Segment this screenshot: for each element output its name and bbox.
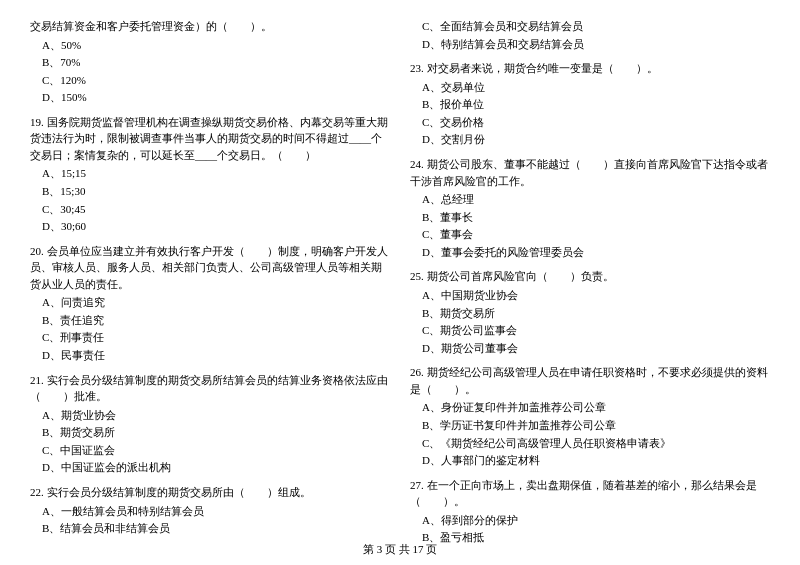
question-20: 20. 会员单位应当建立并有效执行客户开发（ ）制度，明确客户开发人员、审核人员… [30, 243, 390, 365]
question-24-text: 24. 期货公司股东、董事不能越过（ ）直接向首席风险官下达指令或者干涉首席风险… [410, 156, 770, 189]
question-26-options: A、身份证复印件并加盖推荐公司公章 B、学历证书复印件并加盖推荐公司公章 C、《… [410, 399, 770, 469]
question-21-options: A、期货业协会 B、期货交易所 C、中国证监会 D、中国证监会的派出机构 [30, 407, 390, 477]
option-item: D、150% [42, 89, 390, 107]
left-column: 交易结算资金和客户委托管理资金）的（ ）。 A、50% B、70% C、120%… [30, 18, 390, 554]
option-item: A、中国期货业协会 [422, 287, 770, 305]
page-number: 第 3 页 共 17 页 [363, 543, 437, 555]
question-26: 26. 期货经纪公司高级管理人员在申请任职资格时，不要求必须提供的资料是（ ）。… [410, 364, 770, 469]
option-item: D、期货公司董事会 [422, 340, 770, 358]
option-item: B、报价单位 [422, 96, 770, 114]
question-22-cont: C、全面结算会员和交易结算会员 D、特别结算会员和交易结算会员 [410, 18, 770, 53]
option-item: D、交割月份 [422, 131, 770, 149]
question-intro-options: A、50% B、70% C、120% D、150% [30, 37, 390, 107]
option-item: C、刑事责任 [42, 329, 390, 347]
option-item: C、中国证监会 [42, 442, 390, 460]
option-item: C、董事会 [422, 226, 770, 244]
question-19: 19. 国务院期货监督管理机构在调查操纵期货交易价格、内幕交易等重大期货违法行为… [30, 114, 390, 236]
option-item: A、15;15 [42, 165, 390, 183]
option-item: A、身份证复印件并加盖推荐公司公章 [422, 399, 770, 417]
content-columns: 交易结算资金和客户委托管理资金）的（ ）。 A、50% B、70% C、120%… [30, 18, 770, 554]
option-item: B、期货交易所 [42, 424, 390, 442]
question-21-text: 21. 实行会员分级结算制度的期货交易所结算会员的结算业务资格依法应由（ ）批准… [30, 372, 390, 405]
option-item: C、交易价格 [422, 114, 770, 132]
question-20-options: A、问责追究 B、责任追究 C、刑事责任 D、民事责任 [30, 294, 390, 364]
page: 交易结算资金和客户委托管理资金）的（ ）。 A、50% B、70% C、120%… [0, 0, 800, 565]
option-item: C、《期货经纪公司高级管理人员任职资格申请表》 [422, 435, 770, 453]
option-item: C、全面结算会员和交易结算会员 [422, 18, 770, 36]
question-19-text: 19. 国务院期货监督管理机构在调查操纵期货交易价格、内幕交易等重大期货违法行为… [30, 114, 390, 164]
option-item: B、学历证书复印件并加盖推荐公司公章 [422, 417, 770, 435]
option-item: A、一般结算会员和特别结算会员 [42, 503, 390, 521]
option-item: D、人事部门的鉴定材料 [422, 452, 770, 470]
question-23-options: A、交易单位 B、报价单位 C、交易价格 D、交割月份 [410, 79, 770, 149]
question-26-text: 26. 期货经纪公司高级管理人员在申请任职资格时，不要求必须提供的资料是（ ）。 [410, 364, 770, 397]
question-22-text: 22. 实行会员分级结算制度的期货交易所由（ ）组成。 [30, 484, 390, 501]
option-item: D、30;60 [42, 218, 390, 236]
option-item: B、责任追究 [42, 312, 390, 330]
option-item: D、民事责任 [42, 347, 390, 365]
question-25-options: A、中国期货业协会 B、期货交易所 C、期货公司监事会 D、期货公司董事会 [410, 287, 770, 357]
question-21: 21. 实行会员分级结算制度的期货交易所结算会员的结算业务资格依法应由（ ）批准… [30, 372, 390, 477]
question-intro-text: 交易结算资金和客户委托管理资金）的（ ）。 [30, 18, 390, 35]
question-25: 25. 期货公司首席风险官向（ ）负责。 A、中国期货业协会 B、期货交易所 C… [410, 268, 770, 357]
option-item: A、问责追究 [42, 294, 390, 312]
page-footer: 第 3 页 共 17 页 [0, 542, 800, 557]
option-item: D、特别结算会员和交易结算会员 [422, 36, 770, 54]
option-item: C、期货公司监事会 [422, 322, 770, 340]
option-item: A、50% [42, 37, 390, 55]
question-20-text: 20. 会员单位应当建立并有效执行客户开发（ ）制度，明确客户开发人员、审核人员… [30, 243, 390, 293]
question-24: 24. 期货公司股东、董事不能越过（ ）直接向首席风险官下达指令或者干涉首席风险… [410, 156, 770, 261]
question-22-cont-options: C、全面结算会员和交易结算会员 D、特别结算会员和交易结算会员 [410, 18, 770, 53]
question-23: 23. 对交易者来说，期货合约唯一变量是（ ）。 A、交易单位 B、报价单位 C… [410, 60, 770, 149]
option-item: A、交易单位 [422, 79, 770, 97]
option-item: A、总经理 [422, 191, 770, 209]
option-item: D、中国证监会的派出机构 [42, 459, 390, 477]
question-22: 22. 实行会员分级结算制度的期货交易所由（ ）组成。 A、一般结算会员和特别结… [30, 484, 390, 538]
option-item: C、30;45 [42, 201, 390, 219]
right-column: C、全面结算会员和交易结算会员 D、特别结算会员和交易结算会员 23. 对交易者… [410, 18, 770, 554]
question-27-text: 27. 在一个正向市场上，卖出盘期保值，随着基差的缩小，那么结果会是（ ）。 [410, 477, 770, 510]
option-item: B、董事长 [422, 209, 770, 227]
option-item: B、15;30 [42, 183, 390, 201]
question-23-text: 23. 对交易者来说，期货合约唯一变量是（ ）。 [410, 60, 770, 77]
question-intro: 交易结算资金和客户委托管理资金）的（ ）。 A、50% B、70% C、120%… [30, 18, 390, 107]
option-item: D、董事会委托的风险管理委员会 [422, 244, 770, 262]
option-item: A、得到部分的保护 [422, 512, 770, 530]
question-19-options: A、15;15 B、15;30 C、30;45 D、30;60 [30, 165, 390, 235]
option-item: B、期货交易所 [422, 305, 770, 323]
question-24-options: A、总经理 B、董事长 C、董事会 D、董事会委托的风险管理委员会 [410, 191, 770, 261]
option-item: A、期货业协会 [42, 407, 390, 425]
option-item: B、70% [42, 54, 390, 72]
option-item: B、结算会员和非结算会员 [42, 520, 390, 538]
question-25-text: 25. 期货公司首席风险官向（ ）负责。 [410, 268, 770, 285]
question-27: 27. 在一个正向市场上，卖出盘期保值，随着基差的缩小，那么结果会是（ ）。 A… [410, 477, 770, 547]
question-22-options: A、一般结算会员和特别结算会员 B、结算会员和非结算会员 [30, 503, 390, 538]
option-item: C、120% [42, 72, 390, 90]
